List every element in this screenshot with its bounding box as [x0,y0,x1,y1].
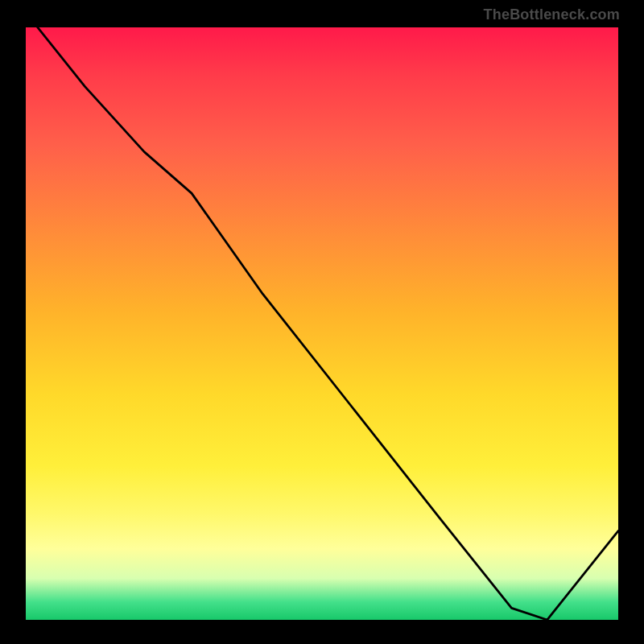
attribution-label: TheBottleneck.com [484,6,620,23]
chart-line [26,27,618,620]
chart-frame [23,24,621,623]
chart-plot-area [26,27,618,620]
